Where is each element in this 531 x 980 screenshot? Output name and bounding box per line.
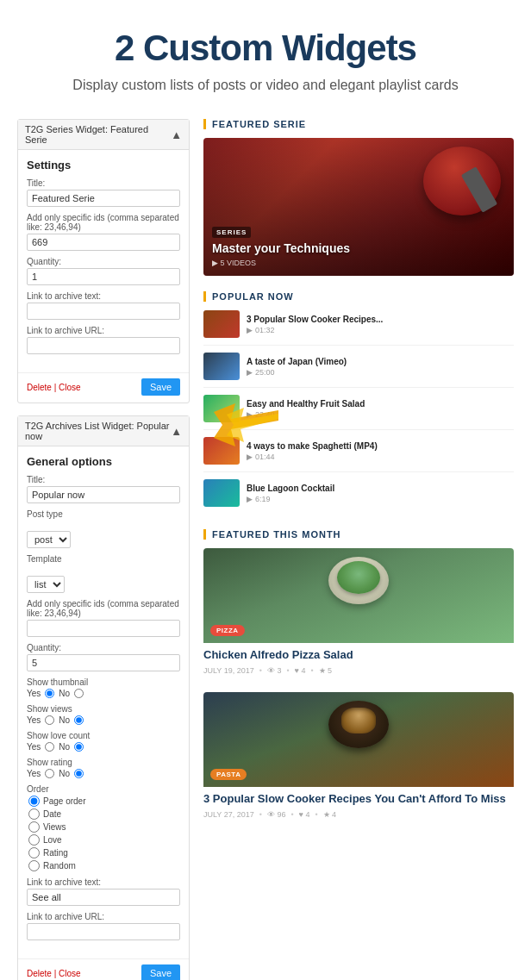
card1-title: Chicken Alfredo Pizza Salad xyxy=(203,648,514,663)
popular-info-3: Easy and Healthy Fruit Salad ▶ 22:40 xyxy=(247,399,514,419)
widget1-ids-input[interactable] xyxy=(27,234,180,251)
card2-tag: PASTA xyxy=(210,769,247,780)
widget2-thumbnail-yes-radio[interactable] xyxy=(45,689,54,698)
widget1-delete-link[interactable]: Delete xyxy=(27,383,52,392)
popular-time-3: 22:40 xyxy=(255,410,275,419)
widget2-posttype-select[interactable]: post xyxy=(27,531,71,548)
widget1-title-label: Title: xyxy=(27,178,180,188)
featured-card-content: SERIES Master your Techniques ▶ 5 VIDEOS xyxy=(212,222,350,267)
widget2-template-select[interactable]: list xyxy=(27,576,65,593)
meta-dot-5: • xyxy=(290,810,293,819)
card1-meta: JULY 19, 2017 • 👁 3 • ♥ 4 • ★ 5 xyxy=(203,666,514,675)
order-option-rating: Rating xyxy=(28,847,180,858)
widget2-thumbnail-no-radio[interactable] xyxy=(74,689,84,698)
widget1-title-input[interactable] xyxy=(27,190,180,207)
featured-card-image: SERIES Master your Techniques ▶ 5 VIDEOS xyxy=(203,138,514,276)
featured-card2-image: PASTA xyxy=(203,692,514,787)
meta-dot-4: • xyxy=(259,810,262,819)
popular-meta-4: ▶ 01:44 xyxy=(247,453,514,461)
series-badge: SERIES xyxy=(212,227,251,238)
order-love-radio[interactable] xyxy=(28,834,40,846)
widget1-archive-url-label: Link to archive URL: xyxy=(27,326,180,335)
widget2-thumbnail-group: Show thumbnail Yes No xyxy=(27,677,180,698)
widget2-rating-no-radio[interactable] xyxy=(74,769,84,778)
widget2-footer: Delete | Close Save xyxy=(18,958,189,980)
order-pageorder-label: Page order xyxy=(43,796,85,806)
widget2-order-options: Page order Date Views xyxy=(28,796,180,871)
order-random-radio[interactable] xyxy=(28,860,40,871)
food-visual xyxy=(337,561,380,594)
widget2-close-link[interactable]: Close xyxy=(59,969,81,978)
widget2-template-group: Template list xyxy=(27,554,180,593)
popular-thumb-4 xyxy=(203,437,240,465)
widget2-rating-radios: Yes No xyxy=(27,769,180,778)
popular-time-2: 25:00 xyxy=(255,368,275,377)
widget1-archive-url-input[interactable] xyxy=(27,337,180,354)
widget2-archive-text-input[interactable] xyxy=(27,889,180,906)
widget2-views-yes-label: Yes xyxy=(27,715,41,725)
order-rating-label: Rating xyxy=(43,848,68,858)
play-icon-4: ▶ xyxy=(247,453,253,461)
order-rating-radio[interactable] xyxy=(28,847,40,858)
widget1-archive-text-input[interactable] xyxy=(27,303,180,320)
card2-title: 3 Popular Slow Cooker Recipes You Can't … xyxy=(203,792,514,807)
widget2-love-yes-label: Yes xyxy=(27,742,41,752)
play-icon-3: ▶ xyxy=(247,410,253,419)
card1-views: 👁 3 xyxy=(267,666,282,675)
card2-love: ♥ 4 xyxy=(299,810,310,819)
widget2-love-yes-radio[interactable] xyxy=(45,742,54,752)
widget1-close-link[interactable]: Close xyxy=(59,383,81,392)
card2-meta: JULY 27, 2017 • 👁 96 • ♥ 4 • ★ 4 xyxy=(203,810,514,819)
popular-now-list: 3 Popular Slow Cooker Recipes... ▶ 01:32… xyxy=(203,310,514,514)
main-layout: T2G Series Widget: Featured Serie ▲ Sett… xyxy=(0,110,531,980)
widget2-collapse-btn[interactable]: ▲ xyxy=(171,425,182,438)
featured-month-card1-body: Chicken Alfredo Pizza Salad JULY 19, 201… xyxy=(203,643,514,680)
order-date-radio[interactable] xyxy=(28,808,40,820)
widget2-views-no-radio[interactable] xyxy=(74,715,84,725)
widget2-save-button[interactable]: Save xyxy=(141,964,180,980)
popular-meta-5: ▶ 6:19 xyxy=(247,495,514,503)
widget2-title-label: Title: xyxy=(27,475,180,484)
widget2-rating-yes-radio[interactable] xyxy=(45,769,54,778)
widget2-archive-url-input[interactable] xyxy=(27,923,180,940)
featured-videos-count: 5 VIDEOS xyxy=(221,259,257,267)
widget2-views-no-label: No xyxy=(59,715,70,725)
widget2-archive-url-group: Link to archive URL: xyxy=(27,912,180,940)
popular-thumb-2 xyxy=(203,353,240,380)
popular-time-4: 01:44 xyxy=(255,453,275,461)
widget2-delete-link[interactable]: Delete xyxy=(27,969,52,978)
widget2-ids-input[interactable] xyxy=(27,620,180,637)
widget1-header-label: T2G Series Widget: Featured Serie xyxy=(25,124,171,145)
popular-info-5: Blue Lagoon Cocktail ▶ 6:19 xyxy=(247,484,514,503)
popular-info-2: A taste of Japan (Vimeo) ▶ 25:00 xyxy=(247,357,514,377)
widget1-archive-text-group: Link to archive text: xyxy=(27,291,180,320)
order-pageorder-radio[interactable] xyxy=(28,796,40,807)
widget2-love-no-radio[interactable] xyxy=(74,742,84,752)
featured-month-card-1: PIZZA Chicken Alfredo Pizza Salad JULY 1… xyxy=(203,548,514,680)
widget2-header: T2G Archives List Widget: Popular now ▲ xyxy=(18,416,189,446)
widget1-save-button[interactable]: Save xyxy=(141,378,180,396)
widget1-header: T2G Series Widget: Featured Serie ▲ xyxy=(18,120,189,150)
widget2-views-label: Show views xyxy=(27,704,180,714)
widget1-collapse-btn[interactable]: ▲ xyxy=(171,128,182,141)
popular-thumb-1 xyxy=(203,310,240,338)
play-icon-5: ▶ xyxy=(247,495,253,503)
featured-month-card2-body: 3 Popular Slow Cooker Recipes You Can't … xyxy=(203,787,514,824)
widget2-order-label: Order xyxy=(27,784,180,794)
widget1-quantity-input[interactable] xyxy=(27,268,180,285)
widget2-title-input[interactable] xyxy=(27,486,180,503)
widget1-archive-url-group: Link to archive URL: xyxy=(27,326,180,354)
popular-title-1: 3 Popular Slow Cooker Recipes... xyxy=(247,315,514,324)
order-views-radio[interactable] xyxy=(28,821,40,833)
list-item: Easy and Healthy Fruit Salad ▶ 22:40 xyxy=(203,395,514,430)
featured-month-card-2: PASTA 3 Popular Slow Cooker Recipes You … xyxy=(203,692,514,824)
order-option-pageorder: Page order xyxy=(28,796,180,807)
order-views-label: Views xyxy=(43,822,66,832)
popular-info-4: 4 ways to make Spaghetti (MP4) ▶ 01:44 xyxy=(247,441,514,461)
widget2-views-yes-radio[interactable] xyxy=(45,715,54,725)
widget2-quantity-input[interactable] xyxy=(27,654,180,671)
popular-title-3: Easy and Healthy Fruit Salad xyxy=(247,399,514,409)
widget1-footer-links: Delete | Close xyxy=(27,383,81,392)
widget2-quantity-label: Quantity: xyxy=(27,643,180,652)
list-item: Blue Lagoon Cocktail ▶ 6:19 xyxy=(203,479,514,514)
